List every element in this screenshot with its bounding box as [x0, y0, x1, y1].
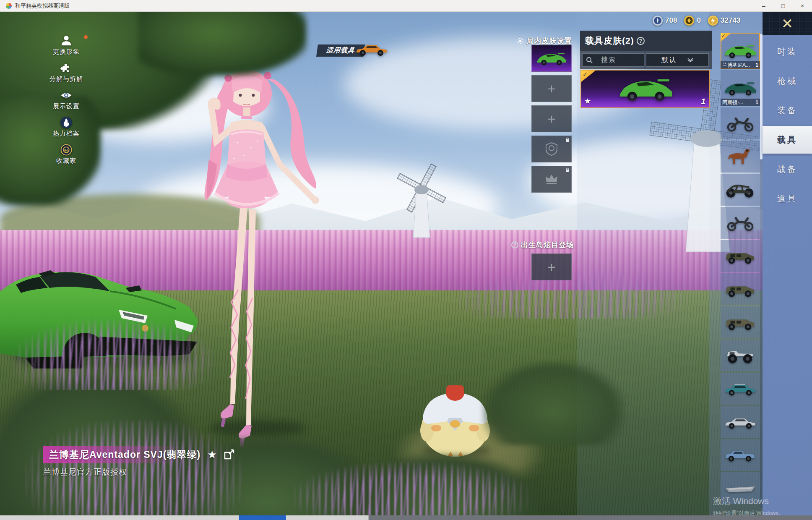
gear-icon [517, 37, 524, 44]
vehicle-thumb-icon [724, 346, 757, 365]
vehicle-list-item-monster-truck[interactable] [721, 340, 760, 371]
skin-panel-toolbar: 搜索 默认 [580, 51, 712, 69]
vehicle-thumb-label: 阿斯顿·... [722, 99, 743, 106]
vehicle-list-item-coupe[interactable] [721, 406, 760, 438]
window-titlebar[interactable]: 和平精英模拟器高清版 – □ × [0, 0, 812, 12]
vehicle-list-item-classic-car[interactable] [721, 373, 760, 405]
eye-icon [60, 89, 73, 102]
slot-vehicle-image [535, 50, 568, 67]
favorite-star-icon[interactable]: ★ [584, 97, 591, 106]
vehicle-list-item-motorcycle[interactable] [721, 107, 760, 139]
app-icon [6, 3, 12, 9]
vehicle-list: ✓ 兰博基尼A...1 阿斯顿·...1 [721, 33, 760, 504]
chevron-down-icon [687, 58, 693, 62]
skin-count: 1 [701, 97, 705, 106]
window-controls: – □ × [754, 0, 812, 11]
close-window-button[interactable]: × [793, 0, 812, 11]
vehicle-list-item-boat[interactable] [721, 472, 760, 504]
menu-label: 更换形象 [53, 48, 80, 56]
vehicle-thumb-label: 兰博基尼A... [722, 62, 750, 69]
lavender-flowers [294, 462, 528, 520]
currency-bar: 708 0 32743 [652, 15, 740, 26]
ingame-skin-settings-header: 局内皮肤设置 [517, 36, 572, 46]
flame-icon [60, 116, 73, 129]
taskbar-active-segment [239, 515, 286, 520]
plus-icon: + [547, 81, 556, 96]
plus-icon: + [547, 112, 556, 126]
selected-item-nameplate: 兰博基尼Aventador SVJ(翡翠绿) ★ [43, 446, 235, 463]
help-icon[interactable]: ? [637, 37, 645, 45]
person-icon [60, 34, 73, 47]
puzzle-icon [60, 62, 73, 74]
tab-vehicles[interactable]: 载具 [763, 126, 812, 154]
badge-emblem-icon [544, 142, 559, 156]
menu-label: 分解与拆解 [49, 75, 83, 83]
menu-label: 展示设置 [53, 102, 80, 110]
vehicle-list-item-horse[interactable] [721, 141, 760, 172]
tab-items[interactable]: 道具 [763, 185, 812, 212]
skin-slot-empty-2[interactable]: + [531, 105, 572, 132]
svg-text:GG: GG [64, 149, 69, 152]
vehicle-list-item-pickup[interactable] [721, 439, 760, 471]
favorite-star-icon[interactable]: ★ [207, 448, 217, 461]
vehicle-list-item-lamborghini[interactable]: ✓ 兰博基尼A...1 [721, 33, 760, 69]
vehicle-thumb-icon [724, 214, 757, 232]
tab-fashion[interactable]: 时装 [763, 38, 812, 65]
vehicle-list-item-trike[interactable] [721, 207, 760, 239]
currency-value: 32743 [721, 16, 740, 25]
selected-item-name: 兰博基尼Aventador SVJ(翡翠绿) [49, 448, 200, 461]
vehicle-thumb-icon [724, 247, 757, 265]
menu-dismantle[interactable]: 分解与拆解 [37, 62, 96, 83]
menu-label: 热力档案 [53, 130, 80, 138]
vehicle-list-item-jeep-closed[interactable] [721, 240, 760, 272]
vehicle-thumb-icon [724, 114, 757, 133]
skin-panel-header: 载具皮肤(2) ? [580, 31, 712, 51]
maximize-button[interactable]: □ [773, 0, 793, 11]
close-icon: ✕ [781, 16, 794, 31]
currency-gold[interactable]: 0 [684, 15, 700, 26]
tab-supplies[interactable]: 战备 [763, 155, 812, 183]
windmill-small [390, 159, 453, 239]
help-icon[interactable]: ? [511, 241, 518, 248]
currency-silver[interactable]: 708 [652, 15, 677, 26]
vehicle-thumb-count: 1 [755, 99, 758, 105]
notification-dot [84, 35, 88, 39]
menu-heat-profile[interactable]: 热力档案 [37, 116, 96, 138]
spawn-island-header: ? 出生岛炫目登场 [509, 240, 574, 250]
equipped-check-badge: ✓ [581, 71, 596, 82]
vehicle-thumb-icon [724, 79, 757, 97]
gold-coin-icon [684, 15, 695, 26]
tab-equipment[interactable]: 装备 [763, 97, 812, 124]
spawn-island-slot[interactable]: + [531, 253, 572, 280]
vehicle-thumb-icon [724, 42, 757, 60]
vehicle-thumb-icon [724, 147, 757, 166]
vehicle-list-item-aston[interactable]: 阿斯顿·...1 [721, 70, 760, 106]
window-title: 和平精英模拟器高清版 [15, 2, 70, 10]
vehicle-list-item-jeep-open[interactable] [721, 273, 760, 305]
menu-collector[interactable]: GG 收藏家 [37, 144, 96, 165]
minimize-button[interactable]: – [754, 0, 773, 11]
vehicle-thumb-icon [724, 446, 757, 464]
skin-slot-empty-1[interactable]: + [531, 75, 572, 102]
vehicle-thumb-icon [724, 479, 757, 497]
search-input[interactable]: 搜索 [582, 53, 644, 67]
skin-card-lamborghini[interactable]: ✓ ★ 1 [580, 70, 710, 108]
skin-slot-locked-badge[interactable] [531, 136, 572, 162]
applicable-vehicle-label: 适用载具 [326, 46, 356, 55]
currency-energy[interactable]: 32743 [708, 15, 740, 26]
app-window: 更换形象 分解与拆解 展示设置 热力档案 GG 收藏家 适用载具 708 [0, 0, 812, 520]
vehicle-thumb-count: 1 [755, 62, 758, 68]
share-icon[interactable] [224, 449, 235, 460]
vehicle-list-item-buggy[interactable] [721, 174, 760, 206]
vehicle-thumb-icon [724, 313, 757, 332]
plus-icon: + [547, 260, 556, 274]
skin-slot-locked-crown[interactable] [531, 166, 572, 193]
sort-value: 默认 [661, 56, 677, 65]
close-button[interactable]: ✕ [763, 12, 812, 35]
menu-display-settings[interactable]: 展示设置 [37, 89, 96, 110]
vehicle-list-item-jeep[interactable] [721, 306, 760, 338]
tab-weapons[interactable]: 枪械 [763, 67, 812, 95]
sort-dropdown[interactable]: 默认 [646, 53, 709, 67]
collector-badge-icon: GG [60, 144, 73, 156]
skin-slot-equipped[interactable] [531, 45, 572, 72]
